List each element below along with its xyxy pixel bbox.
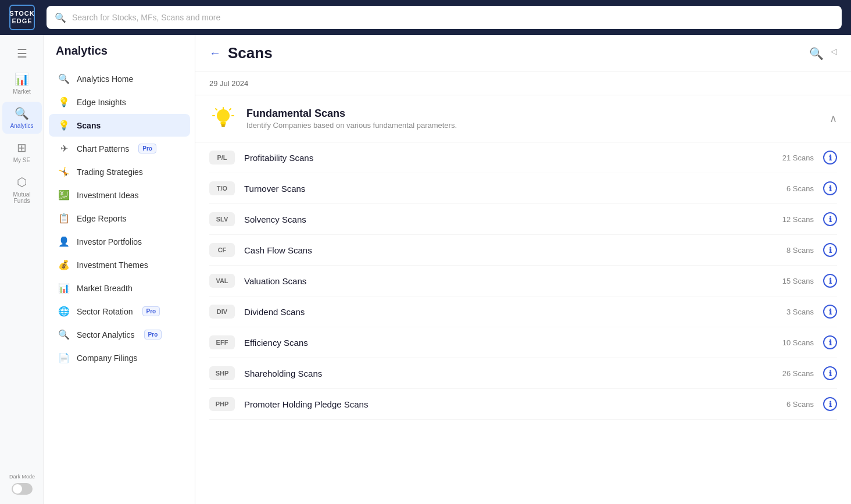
sidebar-label-analytics-home: Analytics Home: [77, 74, 133, 84]
back-button[interactable]: ←: [209, 47, 221, 60]
info-icon[interactable]: ℹ: [823, 212, 837, 226]
sidebar-item-scans[interactable]: 💡 Scans: [49, 114, 190, 137]
info-icon[interactable]: ℹ: [823, 151, 837, 165]
scan-row[interactable]: P/L Profitability Scans 21 Scans ℹ: [209, 142, 837, 173]
svg-point-0: [217, 109, 230, 122]
scan-row[interactable]: T/O Turnover Scans 6 Scans ℹ: [209, 173, 837, 204]
scan-count: 8 Scans: [786, 246, 814, 255]
sidebar-item-analytics-home[interactable]: 🔍 Analytics Home: [49, 67, 190, 90]
nav-label-market: Market: [13, 88, 31, 95]
sidebar-item-edge-reports[interactable]: 📋 Edge Reports: [49, 207, 190, 230]
chart-patterns-icon: ✈: [58, 143, 70, 154]
sidebar-item-company-filings[interactable]: 📄 Company Filings: [49, 346, 190, 369]
scan-name: Cash Flow Scans: [244, 245, 777, 255]
investment-ideas-icon: 💹: [58, 190, 70, 201]
sidebar-item-investor-portfolios[interactable]: 👤 Investor Portfolios: [49, 230, 190, 253]
sidebar-item-chart-patterns[interactable]: ✈ Chart Patterns Pro: [49, 137, 190, 160]
nav-item-my-se[interactable]: ⊞ My SE: [2, 136, 42, 168]
scan-count: 6 Scans: [786, 400, 814, 409]
section-title-block: Fundamental Scans Identify Companies bas…: [246, 108, 820, 130]
sidebar-item-investment-themes[interactable]: 💰 Investment Themes: [49, 253, 190, 276]
sidebar-label-company-filings: Company Filings: [77, 353, 137, 363]
sidebar: Analytics 🔍 Analytics Home 💡 Edge Insigh…: [44, 35, 195, 504]
scan-tag: CF: [209, 243, 235, 257]
sidebar-item-investment-ideas[interactable]: 💹 Investment Ideas: [49, 184, 190, 206]
chart-patterns-pro-badge: Pro: [138, 144, 156, 153]
more-header-icon[interactable]: ◁: [831, 47, 837, 60]
scan-tag: DIV: [209, 305, 235, 319]
scan-name: Shareholding Scans: [244, 369, 773, 378]
scans-icon: 💡: [58, 120, 70, 131]
search-placeholder: Search for Stocks, MFs, Scans and more: [72, 13, 220, 22]
scan-row[interactable]: SLV Solvency Scans 12 Scans ℹ: [209, 204, 837, 235]
scan-name: Efficiency Scans: [244, 338, 773, 348]
nav-item-market[interactable]: 📊 Market: [2, 67, 42, 99]
header-icons: 🔍 ◁: [809, 47, 837, 60]
sidebar-label-investment-ideas: Investment Ideas: [77, 191, 139, 200]
sidebar-label-edge-reports: Edge Reports: [77, 214, 127, 223]
sector-analytics-icon: 🔍: [58, 329, 70, 340]
svg-rect-3: [221, 126, 225, 127]
sidebar-label-sector-rotation: Sector Rotation: [77, 307, 133, 316]
info-icon[interactable]: ℹ: [823, 397, 837, 411]
scan-count: 21 Scans: [782, 153, 814, 162]
scan-name: Profitability Scans: [244, 153, 773, 163]
investor-portfolios-icon: 👤: [58, 236, 70, 247]
market-breadth-icon: 📊: [58, 283, 70, 294]
scan-name: Dividend Scans: [244, 307, 777, 317]
scan-row[interactable]: PHP Promoter Holding Pledge Scans 6 Scan…: [209, 389, 837, 420]
scan-row[interactable]: EFF Efficiency Scans 10 Scans ℹ: [209, 327, 837, 358]
scan-row[interactable]: VAL Valuation Scans 15 Scans ℹ: [209, 266, 837, 296]
search-header-icon[interactable]: 🔍: [809, 47, 824, 60]
info-icon[interactable]: ℹ: [823, 335, 837, 349]
dark-mode-toggle[interactable]: [12, 483, 33, 495]
scan-row[interactable]: CF Cash Flow Scans 8 Scans ℹ: [209, 235, 837, 266]
collapse-button[interactable]: ∧: [829, 112, 837, 125]
dark-mode-section: Dark Mode: [0, 474, 44, 495]
date-text: 29 Jul 2024: [209, 79, 248, 88]
edge-insights-icon: 💡: [58, 96, 70, 108]
nav-label-analytics: Analytics: [10, 123, 33, 129]
info-icon[interactable]: ℹ: [823, 305, 837, 319]
scan-tag: SHP: [209, 366, 235, 380]
sidebar-label-chart-patterns: Chart Patterns: [77, 144, 129, 153]
scan-count: 12 Scans: [782, 215, 814, 224]
analytics-icon: 🔍: [15, 106, 29, 120]
info-icon[interactable]: ℹ: [823, 181, 837, 195]
nav-item-analytics[interactable]: 🔍 Analytics: [2, 102, 42, 134]
scan-tag: EFF: [209, 335, 235, 349]
topbar: STOCK EDGE 🔍 Search for Stocks, MFs, Sca…: [0, 0, 851, 35]
trading-strategies-icon: 🤸: [58, 166, 70, 177]
sidebar-item-sector-analytics[interactable]: 🔍 Sector Analytics Pro: [49, 323, 190, 346]
search-icon: 🔍: [55, 12, 66, 23]
bulb-icon: [209, 105, 237, 133]
content-header: ← Scans 🔍 ◁: [195, 35, 851, 72]
company-filings-icon: 📄: [58, 352, 70, 363]
search-bar[interactable]: 🔍 Search for Stocks, MFs, Scans and more: [47, 6, 842, 29]
sidebar-label-investment-themes: Investment Themes: [77, 260, 148, 270]
svg-rect-2: [221, 124, 226, 126]
scan-count: 26 Scans: [782, 369, 814, 378]
scan-list: P/L Profitability Scans 21 Scans ℹ T/O T…: [195, 142, 851, 420]
my-se-icon: ⊞: [17, 141, 27, 155]
scan-tag: T/O: [209, 181, 235, 195]
hamburger-menu[interactable]: ☰: [2, 42, 42, 65]
sidebar-item-trading-strategies[interactable]: 🤸 Trading Strategies: [49, 160, 190, 183]
mutual-funds-icon: ⬡: [17, 175, 27, 189]
sidebar-label-market-breadth: Market Breadth: [77, 284, 133, 293]
scan-row[interactable]: SHP Shareholding Scans 26 Scans ℹ: [209, 358, 837, 389]
sidebar-label-scans: Scans: [77, 121, 101, 130]
sidebar-item-market-breadth[interactable]: 📊 Market Breadth: [49, 277, 190, 299]
scan-name: Solvency Scans: [244, 215, 773, 224]
info-icon[interactable]: ℹ: [823, 274, 837, 288]
sector-rotation-icon: 🌐: [58, 306, 70, 317]
nav-item-mutual-funds[interactable]: ⬡ Mutual Funds: [2, 170, 42, 209]
sidebar-item-edge-insights[interactable]: 💡 Edge Insights: [49, 91, 190, 113]
sidebar-label-sector-analytics: Sector Analytics: [77, 330, 135, 339]
sidebar-item-sector-rotation[interactable]: 🌐 Sector Rotation Pro: [49, 300, 190, 323]
left-nav: ☰ 📊 Market 🔍 Analytics ⊞ My SE ⬡ Mutual …: [0, 35, 44, 504]
info-icon[interactable]: ℹ: [823, 366, 837, 380]
scan-row[interactable]: DIV Dividend Scans 3 Scans ℹ: [209, 296, 837, 327]
info-icon[interactable]: ℹ: [823, 243, 837, 257]
logo[interactable]: STOCK EDGE: [9, 5, 35, 30]
